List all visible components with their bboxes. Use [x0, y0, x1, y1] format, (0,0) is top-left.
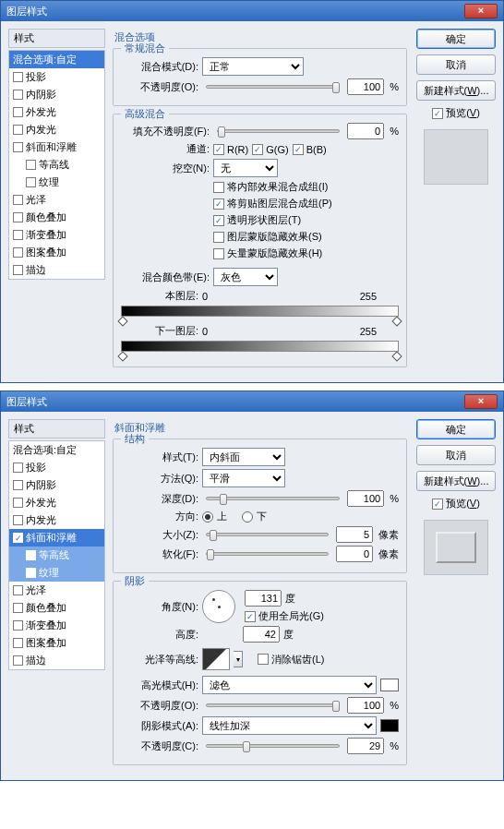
- advanced-option-checkbox[interactable]: 将剪贴图层混合成组(P): [213, 197, 332, 210]
- style-checkbox[interactable]: [13, 247, 23, 258]
- style-item[interactable]: 投影: [9, 68, 104, 86]
- global-light-checkbox[interactable]: 使用全局光(G): [245, 609, 324, 623]
- thislayer-gradient[interactable]: [121, 306, 399, 317]
- style-checkbox[interactable]: [26, 160, 36, 170]
- contour-dropdown-icon[interactable]: [234, 651, 243, 667]
- angle-dial[interactable]: [202, 590, 235, 623]
- new-style-button[interactable]: 新建样式(W)...: [416, 471, 496, 491]
- highlight-opacity-slider[interactable]: [206, 703, 340, 707]
- style-checkbox[interactable]: [13, 655, 23, 666]
- style-item[interactable]: 纹理: [9, 564, 104, 582]
- style-checkbox[interactable]: [13, 498, 23, 508]
- style-item[interactable]: 等高线: [9, 156, 104, 174]
- style-item[interactable]: 内阴影: [9, 476, 104, 494]
- depth-input[interactable]: [347, 490, 384, 507]
- style-item[interactable]: 图案叠加: [9, 244, 104, 261]
- blendmode-select[interactable]: 正常: [202, 57, 304, 76]
- style-checkbox[interactable]: [13, 142, 23, 152]
- style-item[interactable]: 颜色叠加: [9, 599, 104, 617]
- highlight-opacity-input[interactable]: [347, 697, 384, 714]
- preview-checkbox[interactable]: 预览(V): [432, 497, 480, 511]
- preview-checkbox[interactable]: 预览(V): [432, 106, 480, 120]
- ok-button[interactable]: 确定: [416, 29, 496, 49]
- style-item[interactable]: 外发光: [9, 494, 104, 511]
- style-item[interactable]: 描边: [9, 652, 104, 669]
- opacity-input[interactable]: [347, 78, 384, 95]
- shadow-opacity-input[interactable]: [347, 738, 384, 754]
- style-checkbox[interactable]: [13, 265, 23, 275]
- style-checkbox[interactable]: [13, 638, 23, 648]
- advanced-option-checkbox[interactable]: 矢量蒙版隐藏效果(H): [213, 246, 322, 260]
- style-item[interactable]: 图案叠加: [9, 634, 104, 652]
- knockout-select[interactable]: 无: [213, 159, 278, 177]
- style-checkbox[interactable]: [13, 125, 23, 135]
- fillopacity-input[interactable]: [347, 123, 384, 139]
- style-item[interactable]: 纹理: [9, 174, 104, 191]
- style-checkbox[interactable]: [13, 90, 23, 100]
- style-checkbox[interactable]: [13, 620, 23, 631]
- style-item[interactable]: 等高线: [9, 547, 104, 564]
- highlight-color-swatch[interactable]: [380, 679, 399, 691]
- style-checkbox[interactable]: [13, 533, 23, 543]
- style-checkbox[interactable]: [13, 480, 23, 490]
- style-item[interactable]: 混合选项:自定: [9, 441, 104, 459]
- style-item[interactable]: 混合选项:自定: [9, 51, 104, 68]
- style-item[interactable]: 内阴影: [9, 86, 104, 103]
- channel-r-checkbox[interactable]: R(R): [213, 144, 248, 155]
- style-item[interactable]: 斜面和浮雕: [9, 529, 104, 547]
- style-checkbox[interactable]: [13, 230, 23, 240]
- depth-slider[interactable]: [206, 497, 340, 500]
- altitude-input[interactable]: [243, 626, 280, 643]
- gloss-contour-picker[interactable]: [202, 648, 230, 670]
- highlight-mode-select[interactable]: 滤色: [202, 676, 377, 694]
- style-item[interactable]: 斜面和浮雕: [9, 138, 104, 156]
- fillopacity-slider[interactable]: [217, 129, 340, 133]
- close-icon[interactable]: ×: [464, 394, 498, 409]
- direction-down-radio[interactable]: [242, 511, 253, 523]
- style-item[interactable]: 外发光: [9, 103, 104, 121]
- channel-b-checkbox[interactable]: B(B): [293, 144, 327, 155]
- advanced-option-checkbox[interactable]: 图层蒙版隐藏效果(S): [213, 230, 322, 244]
- nextlayer-gradient[interactable]: [121, 341, 399, 352]
- size-slider[interactable]: [206, 533, 329, 536]
- blendif-select[interactable]: 灰色: [213, 268, 278, 286]
- style-checkbox[interactable]: [13, 212, 23, 222]
- titlebar[interactable]: 图层样式 ×: [1, 1, 503, 21]
- style-item[interactable]: 渐变叠加: [9, 226, 104, 244]
- close-icon[interactable]: ×: [464, 4, 498, 18]
- style-checkbox[interactable]: [26, 550, 36, 560]
- opacity-slider[interactable]: [206, 85, 340, 89]
- new-style-button[interactable]: 新建样式(W)...: [416, 80, 496, 101]
- advanced-option-checkbox[interactable]: 将内部效果混合成组(I): [213, 180, 328, 194]
- style-checkbox[interactable]: [26, 568, 36, 578]
- style-checkbox[interactable]: [13, 72, 23, 82]
- ok-button[interactable]: 确定: [416, 419, 496, 439]
- style-item[interactable]: 内发光: [9, 121, 104, 138]
- soften-input[interactable]: [336, 546, 373, 562]
- style-checkbox[interactable]: [13, 603, 23, 613]
- style-item[interactable]: 颜色叠加: [9, 209, 104, 226]
- cancel-button[interactable]: 取消: [416, 445, 496, 465]
- style-item[interactable]: 渐变叠加: [9, 617, 104, 634]
- style-checkbox[interactable]: [13, 515, 23, 525]
- titlebar[interactable]: 图层样式 ×: [1, 391, 503, 412]
- channel-g-checkbox[interactable]: G(G): [252, 144, 288, 155]
- shadow-opacity-slider[interactable]: [206, 744, 340, 748]
- style-checkbox[interactable]: [26, 177, 36, 187]
- technique-select[interactable]: 平滑: [202, 469, 285, 487]
- style-item[interactable]: 描边: [9, 261, 104, 279]
- antialias-checkbox[interactable]: 消除锯齿(L): [258, 653, 324, 667]
- style-checkbox[interactable]: [13, 585, 23, 595]
- soften-slider[interactable]: [206, 552, 329, 556]
- style-checkbox[interactable]: [13, 195, 23, 205]
- shadow-mode-select[interactable]: 线性加深: [202, 716, 377, 735]
- style-checkbox[interactable]: [13, 463, 23, 473]
- shadow-color-swatch[interactable]: [380, 719, 399, 732]
- direction-up-radio[interactable]: [202, 511, 213, 523]
- style-item[interactable]: 光泽: [9, 582, 104, 599]
- size-input[interactable]: [336, 526, 373, 543]
- style-select[interactable]: 内斜面: [202, 448, 285, 466]
- cancel-button[interactable]: 取消: [416, 54, 496, 75]
- angle-input[interactable]: [245, 590, 282, 607]
- style-item[interactable]: 光泽: [9, 191, 104, 209]
